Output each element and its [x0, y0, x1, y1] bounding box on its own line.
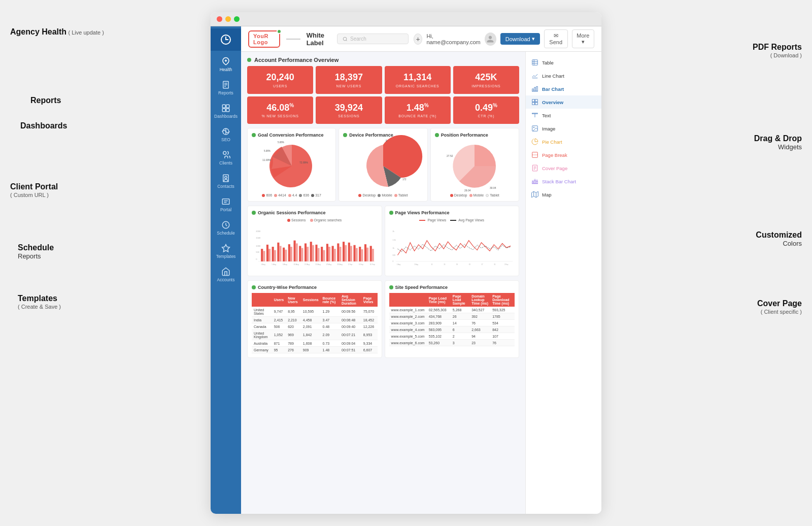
widget-cover-page[interactable]: Cover Page [526, 161, 601, 175]
svg-rect-58 [323, 250, 325, 261]
tables-row: Country-Wise Performance Users New Users [247, 280, 519, 358]
goal-pie-chart: 72.89% 11.93% 5.08% 5.08% [261, 141, 322, 191]
svg-text:30.04: 30.04 [490, 186, 496, 189]
sidebar-item-seo[interactable]: SEO [211, 123, 241, 146]
send-button[interactable]: ✉ Send [544, 29, 568, 48]
cover-page-icon [531, 164, 539, 172]
search-bar[interactable]: Search [337, 34, 409, 44]
svg-text:29.04: 29.04 [464, 189, 471, 192]
maximize-button[interactable] [234, 16, 240, 22]
position-pie-chart: 27.52 30.04 29.04 [444, 141, 505, 191]
svg-rect-127 [532, 182, 533, 184]
svg-point-120 [533, 127, 534, 128]
more-button[interactable]: More ▾ [572, 29, 594, 48]
add-button[interactable]: + [414, 34, 422, 45]
pageviews-chart-card: Page Views Performance Page Views [385, 206, 520, 276]
widget-image[interactable]: Image [526, 122, 601, 135]
svg-text:17 Aug: 17 Aug [304, 264, 310, 266]
sidebar-item-portal[interactable]: Portal [211, 193, 241, 216]
svg-rect-67 [348, 243, 350, 261]
search-icon [343, 37, 348, 42]
svg-rect-103 [532, 60, 538, 65]
sitespeed-status-dot [389, 285, 393, 289]
pageload-col-header: Page Load Time (ms) [427, 293, 451, 307]
image-icon [531, 124, 539, 133]
svg-rect-62 [334, 249, 336, 261]
svg-rect-113 [535, 100, 538, 102]
sidebar-item-contacts[interactable]: Contacts [211, 170, 241, 193]
logo-area: YouR Logo White Label [248, 30, 332, 48]
svg-text:5 Aug: 5 Aug [272, 264, 277, 266]
sidebar-item-clients[interactable]: Clients [211, 146, 241, 170]
widget-line-chart[interactable]: Line Chart [526, 69, 601, 82]
domain-col-header: Domain Lookup Time (ms) [469, 293, 490, 307]
sidebar-item-health[interactable]: Health [211, 53, 241, 76]
svg-rect-76 [372, 249, 374, 261]
svg-rect-60 [328, 247, 330, 261]
svg-text:27.52: 27.52 [447, 154, 453, 157]
svg-text:2000: 2000 [256, 230, 261, 233]
position-pie-container: 27.52 30.04 29.04 Desktop Mobile [435, 141, 515, 197]
pageviews-col-header: Page Views [361, 293, 378, 307]
white-label: White Label [307, 31, 332, 47]
svg-rect-51 [304, 244, 307, 261]
close-button[interactable] [217, 16, 222, 22]
table-row: Germany952769091.4800:07:516,607 [252, 347, 378, 353]
device-chart-title: Device Performance [343, 133, 423, 138]
sidebar-item-accounts[interactable]: Accounts [211, 263, 241, 286]
svg-rect-39 [272, 247, 274, 261]
svg-rect-41 [277, 243, 279, 261]
svg-rect-43 [283, 248, 285, 261]
table-row: www.example_6.com53,26032376 [389, 340, 515, 346]
avgdur-col-header: Avg Session Duration [340, 293, 361, 307]
svg-rect-46 [290, 247, 292, 261]
widget-table[interactable]: Table [526, 56, 601, 69]
svg-rect-73 [364, 244, 366, 261]
svg-rect-116 [532, 113, 538, 114]
stat-card-ctr: 0.49% CTR (%) [453, 96, 519, 124]
svg-rect-72 [361, 249, 363, 261]
svg-rect-109 [534, 87, 535, 91]
sitespeed-table: Page Load Time (ms) Page Load Sample Dom… [389, 293, 515, 346]
chart-status-dot-3 [435, 133, 439, 137]
stack-bar-icon [531, 177, 539, 185]
svg-rect-42 [279, 246, 281, 262]
table-row: www.example_5.com535,102294107 [389, 333, 515, 340]
widget-stack-bar[interactable]: Stack Bar Chart [526, 175, 601, 188]
widget-overview[interactable]: Overview [526, 95, 601, 109]
widget-bar-chart[interactable]: Bar Chart [526, 82, 601, 95]
svg-rect-56 [318, 248, 320, 261]
country-table-title: Country-Wise Performance [252, 285, 378, 290]
svg-rect-6 [226, 105, 229, 108]
svg-point-11 [223, 151, 226, 154]
sidebar-header [211, 28, 241, 51]
download-button[interactable]: Download ▾ [500, 33, 540, 45]
chart-status-dot [252, 133, 256, 137]
sidebar-item-reports[interactable]: Reports [211, 76, 241, 100]
device-legend: Desktop Mobile Tablet [358, 193, 408, 197]
sidebar-item-templates[interactable]: Templates [211, 240, 241, 263]
organic-chart-title: Organic Sessions Performance [252, 210, 378, 215]
sidebar-item-dashboards[interactable]: Dashboards [211, 100, 241, 123]
overview-icon [531, 98, 539, 106]
goal-chart-title: Goal Conversion Performance [252, 133, 331, 138]
organic-chart-card: Organic Sessions Performance Sessions Or… [247, 206, 382, 276]
svg-text:31: 31 [494, 264, 496, 266]
annotation-portal: Client Portal ( Custom URL ) [10, 182, 58, 199]
device-pie-container: 9 172 Desktop Mobile Tablet [343, 141, 423, 197]
widget-pie-chart[interactable]: Pie Chart [526, 135, 601, 148]
minimize-button[interactable] [225, 16, 231, 22]
table-row: Canada5066202,0910.4800:09:4012,226 [252, 323, 378, 330]
position-chart-card: Position Performance [430, 128, 519, 202]
country-col-header [252, 293, 272, 307]
widget-text[interactable]: Text [526, 109, 601, 122]
svg-rect-44 [285, 250, 287, 261]
charts-row: Goal Conversion Performance [247, 128, 519, 202]
widget-page-break[interactable]: Page Break [526, 148, 601, 161]
svg-text:9: 9 [386, 139, 387, 142]
widget-map[interactable]: Map [526, 188, 601, 201]
svg-text:21 Aug: 21 Aug [315, 264, 320, 266]
bounce-col-header: Bounce rate (%) [321, 293, 340, 307]
sessions-col-header: Sessions [301, 293, 321, 307]
sidebar-item-schedule[interactable]: Schedule [211, 216, 241, 240]
